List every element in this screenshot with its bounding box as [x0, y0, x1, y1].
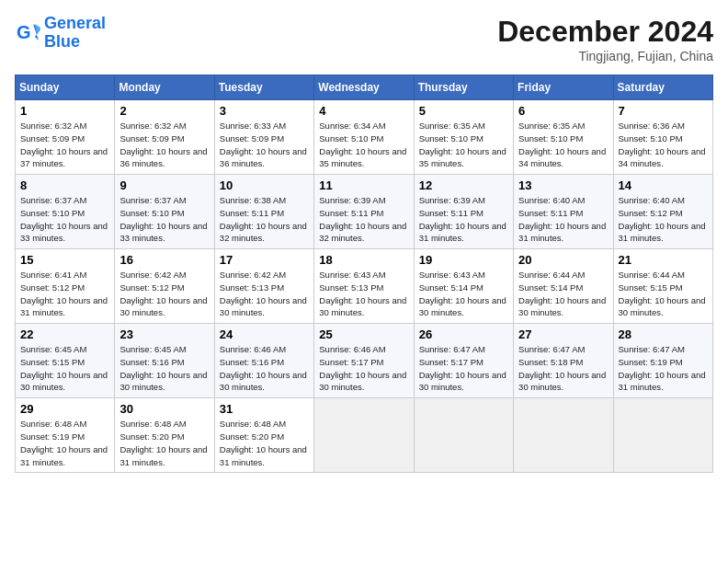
calendar-day-cell: 10 Sunrise: 6:38 AMSunset: 5:11 PMDaylig…	[214, 175, 313, 249]
day-info: Sunrise: 6:40 AMSunset: 5:12 PMDaylight:…	[619, 194, 708, 245]
day-info: Sunrise: 6:36 AMSunset: 5:10 PMDaylight:…	[619, 120, 708, 170]
calendar-header-row: SundayMondayTuesdayWednesdayThursdayFrid…	[16, 75, 713, 100]
day-number: 22	[20, 327, 109, 341]
day-info: Sunrise: 6:44 AMSunset: 5:14 PMDaylight:…	[518, 269, 608, 319]
calendar-day-cell: 1 Sunrise: 6:32 AMSunset: 5:09 PMDayligh…	[16, 100, 115, 175]
weekday-header: Saturday	[613, 75, 712, 100]
page-header: G General Blue December 2024 Tingjiang, …	[15, 15, 713, 63]
calendar-day-cell	[314, 398, 414, 473]
day-number: 23	[119, 327, 209, 341]
calendar-day-cell: 4 Sunrise: 6:34 AMSunset: 5:10 PMDayligh…	[314, 100, 414, 175]
calendar-day-cell: 2 Sunrise: 6:32 AMSunset: 5:09 PMDayligh…	[115, 100, 214, 175]
day-info: Sunrise: 6:45 AMSunset: 5:16 PMDaylight:…	[119, 343, 209, 394]
calendar-day-cell: 6 Sunrise: 6:35 AMSunset: 5:10 PMDayligh…	[514, 100, 613, 175]
day-info: Sunrise: 6:32 AMSunset: 5:09 PMDaylight:…	[20, 120, 109, 170]
calendar-day-cell: 31 Sunrise: 6:48 AMSunset: 5:20 PMDaylig…	[214, 398, 313, 473]
day-number: 21	[619, 253, 708, 267]
day-number: 6	[518, 104, 608, 118]
day-info: Sunrise: 6:46 AMSunset: 5:16 PMDaylight:…	[220, 343, 309, 394]
calendar-day-cell	[613, 398, 712, 473]
day-number: 16	[119, 253, 209, 267]
day-info: Sunrise: 6:40 AMSunset: 5:11 PMDaylight:…	[518, 194, 608, 245]
day-info: Sunrise: 6:44 AMSunset: 5:15 PMDaylight:…	[619, 269, 708, 319]
day-number: 19	[419, 253, 508, 267]
calendar-day-cell	[514, 398, 613, 473]
day-info: Sunrise: 6:43 AMSunset: 5:14 PMDaylight:…	[419, 269, 508, 319]
day-info: Sunrise: 6:43 AMSunset: 5:13 PMDaylight:…	[319, 269, 408, 319]
day-number: 26	[419, 327, 508, 341]
day-number: 8	[20, 178, 109, 192]
calendar-day-cell: 24 Sunrise: 6:46 AMSunset: 5:16 PMDaylig…	[214, 324, 313, 398]
calendar-week-row: 29 Sunrise: 6:48 AMSunset: 5:19 PMDaylig…	[16, 398, 713, 473]
logo: G General Blue	[15, 15, 106, 52]
day-info: Sunrise: 6:48 AMSunset: 5:20 PMDaylight:…	[220, 418, 309, 468]
day-number: 14	[619, 178, 708, 192]
calendar-day-cell: 13 Sunrise: 6:40 AMSunset: 5:11 PMDaylig…	[514, 175, 613, 249]
weekday-header: Friday	[514, 75, 613, 100]
calendar-day-cell: 9 Sunrise: 6:37 AMSunset: 5:10 PMDayligh…	[115, 175, 214, 249]
day-number: 20	[518, 253, 608, 267]
day-number: 29	[20, 402, 109, 416]
calendar-day-cell: 20 Sunrise: 6:44 AMSunset: 5:14 PMDaylig…	[514, 249, 613, 324]
calendar-day-cell: 5 Sunrise: 6:35 AMSunset: 5:10 PMDayligh…	[414, 100, 513, 175]
calendar-day-cell: 27 Sunrise: 6:47 AMSunset: 5:18 PMDaylig…	[514, 324, 613, 398]
day-number: 15	[20, 253, 109, 267]
day-info: Sunrise: 6:42 AMSunset: 5:13 PMDaylight:…	[220, 269, 309, 319]
day-number: 17	[220, 253, 309, 267]
day-info: Sunrise: 6:48 AMSunset: 5:19 PMDaylight:…	[20, 418, 109, 468]
day-number: 12	[419, 178, 508, 192]
day-number: 3	[220, 104, 309, 118]
day-info: Sunrise: 6:32 AMSunset: 5:09 PMDaylight:…	[119, 120, 209, 170]
calendar-week-row: 22 Sunrise: 6:45 AMSunset: 5:15 PMDaylig…	[16, 324, 713, 398]
calendar-day-cell: 17 Sunrise: 6:42 AMSunset: 5:13 PMDaylig…	[214, 249, 313, 324]
calendar-week-row: 8 Sunrise: 6:37 AMSunset: 5:10 PMDayligh…	[16, 175, 713, 249]
day-info: Sunrise: 6:48 AMSunset: 5:20 PMDaylight:…	[119, 418, 209, 468]
logo-line1: General	[44, 14, 106, 32]
calendar-table: SundayMondayTuesdayWednesdayThursdayFrid…	[15, 75, 713, 473]
calendar-day-cell	[414, 398, 513, 473]
day-number: 2	[119, 104, 209, 118]
logo-icon: G	[15, 20, 40, 46]
calendar-day-cell: 18 Sunrise: 6:43 AMSunset: 5:13 PMDaylig…	[314, 249, 414, 324]
calendar-day-cell: 7 Sunrise: 6:36 AMSunset: 5:10 PMDayligh…	[613, 100, 712, 175]
day-number: 13	[518, 178, 608, 192]
calendar-day-cell: 19 Sunrise: 6:43 AMSunset: 5:14 PMDaylig…	[414, 249, 513, 324]
day-info: Sunrise: 6:47 AMSunset: 5:17 PMDaylight:…	[419, 343, 508, 394]
calendar-day-cell: 26 Sunrise: 6:47 AMSunset: 5:17 PMDaylig…	[414, 324, 513, 398]
day-info: Sunrise: 6:39 AMSunset: 5:11 PMDaylight:…	[419, 194, 508, 245]
calendar-day-cell: 15 Sunrise: 6:41 AMSunset: 5:12 PMDaylig…	[16, 249, 115, 324]
calendar-day-cell: 22 Sunrise: 6:45 AMSunset: 5:15 PMDaylig…	[16, 324, 115, 398]
day-number: 1	[20, 104, 109, 118]
weekday-header: Sunday	[16, 75, 115, 100]
day-number: 10	[220, 178, 309, 192]
day-number: 7	[619, 104, 708, 118]
calendar-day-cell: 23 Sunrise: 6:45 AMSunset: 5:16 PMDaylig…	[115, 324, 214, 398]
calendar-day-cell: 14 Sunrise: 6:40 AMSunset: 5:12 PMDaylig…	[613, 175, 712, 249]
weekday-header: Wednesday	[314, 75, 414, 100]
day-info: Sunrise: 6:38 AMSunset: 5:11 PMDaylight:…	[220, 194, 309, 245]
day-number: 4	[319, 104, 408, 118]
day-number: 18	[319, 253, 408, 267]
calendar-day-cell: 28 Sunrise: 6:47 AMSunset: 5:19 PMDaylig…	[613, 324, 712, 398]
calendar-body: 1 Sunrise: 6:32 AMSunset: 5:09 PMDayligh…	[16, 100, 713, 473]
day-number: 9	[119, 178, 209, 192]
day-info: Sunrise: 6:39 AMSunset: 5:11 PMDaylight:…	[319, 194, 408, 245]
svg-text:G: G	[17, 22, 31, 42]
calendar-day-cell: 3 Sunrise: 6:33 AMSunset: 5:09 PMDayligh…	[214, 100, 313, 175]
day-info: Sunrise: 6:37 AMSunset: 5:10 PMDaylight:…	[119, 194, 209, 245]
calendar-day-cell: 12 Sunrise: 6:39 AMSunset: 5:11 PMDaylig…	[414, 175, 513, 249]
calendar-day-cell: 16 Sunrise: 6:42 AMSunset: 5:12 PMDaylig…	[115, 249, 214, 324]
day-info: Sunrise: 6:33 AMSunset: 5:09 PMDaylight:…	[220, 120, 309, 170]
location-title: Tingjiang, Fujian, China	[497, 49, 713, 63]
weekday-header: Thursday	[414, 75, 513, 100]
day-info: Sunrise: 6:47 AMSunset: 5:18 PMDaylight:…	[518, 343, 608, 394]
day-info: Sunrise: 6:45 AMSunset: 5:15 PMDaylight:…	[20, 343, 109, 394]
weekday-header: Monday	[115, 75, 214, 100]
day-info: Sunrise: 6:47 AMSunset: 5:19 PMDaylight:…	[619, 343, 708, 394]
day-number: 5	[419, 104, 508, 118]
day-info: Sunrise: 6:35 AMSunset: 5:10 PMDaylight:…	[419, 120, 508, 170]
calendar-day-cell: 30 Sunrise: 6:48 AMSunset: 5:20 PMDaylig…	[115, 398, 214, 473]
calendar-day-cell: 11 Sunrise: 6:39 AMSunset: 5:11 PMDaylig…	[314, 175, 414, 249]
calendar-week-row: 1 Sunrise: 6:32 AMSunset: 5:09 PMDayligh…	[16, 100, 713, 175]
day-info: Sunrise: 6:37 AMSunset: 5:10 PMDaylight:…	[20, 194, 109, 245]
